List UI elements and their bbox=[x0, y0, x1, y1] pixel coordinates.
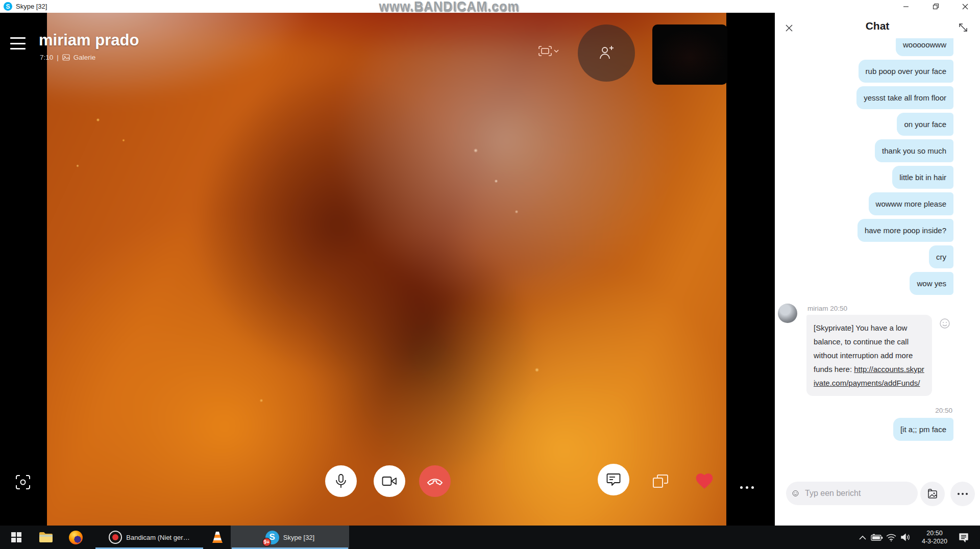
skype-app-icon: S bbox=[4, 2, 12, 11]
more-dots-icon bbox=[958, 493, 968, 495]
folder-icon bbox=[39, 532, 53, 543]
popout-video-button[interactable] bbox=[649, 471, 672, 491]
send-photo-button[interactable] bbox=[920, 482, 945, 506]
sent-message: cry bbox=[929, 245, 953, 268]
chat-header: Chat bbox=[775, 13, 980, 38]
caller-name: miriam prado bbox=[39, 31, 139, 49]
snapshot-focus-button[interactable] bbox=[15, 475, 31, 492]
call-duration: 7:10 bbox=[40, 54, 53, 61]
message-list[interactable]: wooooowww rub poop over your face yessst… bbox=[778, 38, 953, 477]
end-call-button[interactable] bbox=[419, 465, 451, 497]
sent-message: wooooowww bbox=[896, 38, 953, 56]
taskbar: Bandicam (Niet ger… S 9+ Skype [32] bbox=[0, 526, 980, 549]
minimize-icon bbox=[903, 4, 909, 10]
menu-button[interactable] bbox=[10, 37, 26, 49]
resize-chat-button[interactable] bbox=[958, 22, 969, 35]
tray-time: 20:50 bbox=[916, 529, 953, 537]
vlc-icon bbox=[211, 531, 224, 544]
sent-message: wowww more please bbox=[869, 192, 953, 215]
gallery-label[interactable]: Galerie bbox=[74, 54, 96, 61]
sent-message: have more poop inside? bbox=[857, 219, 953, 242]
composer-more-button[interactable] bbox=[950, 482, 975, 506]
volume-icon[interactable] bbox=[898, 526, 913, 549]
taskbar-clock[interactable]: 20:50 4-3-2020 bbox=[916, 529, 953, 545]
bandicam-task-label: Bandicam (Niet ger… bbox=[126, 534, 189, 541]
sender-name-time: miriam 20:50 bbox=[807, 305, 953, 312]
sent-message: on your face bbox=[897, 113, 953, 136]
camera-icon bbox=[382, 476, 397, 487]
remote-video[interactable] bbox=[47, 13, 726, 526]
gallery-icon bbox=[62, 54, 70, 61]
chevron-down-icon bbox=[554, 49, 559, 53]
taskbar-file-explorer[interactable] bbox=[34, 526, 58, 549]
start-button[interactable] bbox=[5, 526, 28, 549]
window-title: Skype [32] bbox=[16, 3, 47, 10]
action-center-icon[interactable] bbox=[957, 526, 971, 549]
sent-message: wow yes bbox=[910, 272, 953, 295]
chat-title: Chat bbox=[775, 20, 980, 32]
focus-brackets-icon bbox=[15, 475, 31, 490]
camera-button[interactable] bbox=[374, 465, 405, 497]
battery-icon[interactable] bbox=[870, 526, 884, 549]
sent-message: [it a;; pm face bbox=[893, 418, 953, 441]
add-person-icon bbox=[598, 45, 615, 61]
sent-message: yessst take all from floor bbox=[856, 86, 953, 109]
toggle-chat-button[interactable] bbox=[598, 464, 629, 495]
fit-frame-icon bbox=[538, 46, 552, 56]
end-call-icon bbox=[427, 477, 443, 485]
add-participant-button[interactable] bbox=[578, 24, 635, 82]
taskbar-vlc[interactable] bbox=[206, 526, 229, 549]
time-divider: 20:50 bbox=[778, 407, 953, 414]
video-call-area: miriam prado 7:10 | Galerie bbox=[0, 13, 775, 526]
firefox-icon bbox=[69, 531, 83, 544]
chat-message-icon bbox=[606, 473, 621, 486]
photo-icon bbox=[926, 488, 939, 500]
diagonal-resize-icon bbox=[958, 22, 969, 33]
sent-message: rub poop over your face bbox=[859, 60, 953, 83]
sent-message: little bit in hair bbox=[892, 166, 953, 189]
taskbar-bandicam[interactable]: Bandicam (Niet ger… bbox=[94, 526, 204, 549]
resize-video-button[interactable] bbox=[538, 46, 559, 56]
received-message: [Skyprivate] You have a low balance, to … bbox=[806, 315, 932, 396]
skype-task-label: Skype [32] bbox=[283, 534, 314, 541]
message-input-pill[interactable] bbox=[786, 482, 918, 505]
skype-icon: S 9+ bbox=[265, 531, 279, 544]
more-options-button[interactable] bbox=[740, 486, 754, 489]
meta-separator: | bbox=[57, 54, 59, 61]
heart-icon bbox=[694, 471, 715, 489]
screen: S Skype [32] www.BANDICAM.com miriam pra… bbox=[0, 0, 980, 549]
windows-logo-icon bbox=[11, 532, 21, 542]
restore-icon bbox=[933, 3, 939, 10]
microphone-icon bbox=[334, 473, 348, 489]
reaction-smiley-icon[interactable] bbox=[939, 318, 950, 331]
wifi-icon[interactable] bbox=[884, 526, 898, 549]
taskbar-skype[interactable]: S 9+ Skype [32] bbox=[231, 526, 349, 549]
received-message-group: miriam 20:50 [Skyprivate] You have a low… bbox=[778, 304, 953, 396]
emoji-picker-icon[interactable] bbox=[792, 487, 799, 500]
heart-reaction-button[interactable] bbox=[694, 471, 715, 491]
chat-panel: Chat wooooowww rub poop over your face y… bbox=[775, 13, 980, 526]
tray-date: 4-3-2020 bbox=[916, 537, 953, 545]
sender-avatar[interactable] bbox=[778, 304, 797, 323]
taskbar-firefox[interactable] bbox=[63, 526, 88, 549]
bandicam-record-icon bbox=[109, 531, 122, 544]
self-video-pip[interactable] bbox=[652, 24, 727, 85]
popout-icon bbox=[652, 473, 669, 489]
bandicam-watermark: www.BANDICAM.com bbox=[337, 0, 561, 14]
close-window-button[interactable] bbox=[950, 0, 980, 13]
system-tray: 20:50 4-3-2020 bbox=[855, 526, 971, 549]
video-highlights bbox=[47, 13, 726, 526]
restore-button[interactable] bbox=[921, 0, 950, 13]
sent-message: thank you so much bbox=[875, 139, 953, 162]
message-input[interactable] bbox=[804, 488, 912, 498]
minimize-button[interactable] bbox=[891, 0, 921, 13]
close-icon bbox=[962, 4, 968, 10]
call-meta: 7:10 | Galerie bbox=[40, 54, 95, 61]
composer bbox=[786, 482, 975, 506]
tray-chevron-up-icon[interactable] bbox=[855, 526, 870, 549]
microphone-button[interactable] bbox=[325, 465, 357, 497]
skype-unread-badge: 9+ bbox=[262, 538, 271, 546]
